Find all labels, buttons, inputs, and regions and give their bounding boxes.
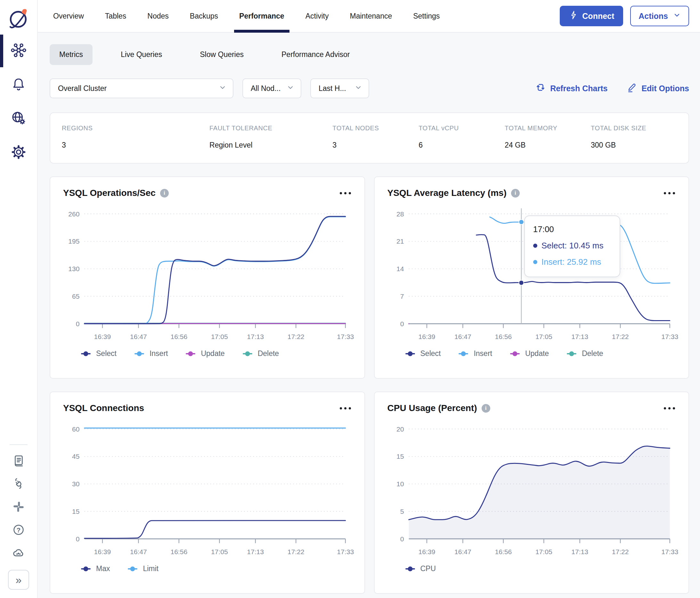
edit-options-link[interactable]: Edit Options [627,82,689,95]
subtab-performance-advisor[interactable]: Performance Advisor [272,44,359,65]
svg-text:16:39: 16:39 [418,333,435,340]
legend-marker [81,353,91,355]
legend-item-update[interactable]: Update [510,349,549,358]
legend-item-cpu[interactable]: CPU [405,564,436,573]
svg-text:60: 60 [72,425,79,433]
chevron-down-icon [219,83,226,93]
tab-tables[interactable]: Tables [105,0,126,32]
performance-content: MetricsLive QueriesSlow QueriesPerforman… [38,33,700,598]
legend-label: Limit [143,564,158,573]
legend-marker [243,353,252,355]
svg-text:17:33: 17:33 [337,333,354,340]
tab-backups[interactable]: Backups [190,0,218,32]
edit-pencil-icon [627,82,637,95]
connect-button[interactable]: Connect [560,6,623,26]
tab-performance[interactable]: Performance [239,0,284,32]
tab-settings[interactable]: Settings [413,0,440,32]
subtab-slow-queries[interactable]: Slow Queries [190,44,253,65]
chart-title: CPU Usage (Percent) [388,403,477,413]
sidebar-item-alerts[interactable] [0,68,37,102]
tooltip-bullet [533,260,537,264]
chart-menu-button[interactable] [338,405,353,411]
legend-item-delete[interactable]: Delete [567,349,603,358]
legend-item-limit[interactable]: Limit [128,564,158,573]
performance-subtabs: MetricsLive QueriesSlow QueriesPerforman… [50,44,689,65]
legend-label: Delete [582,349,603,358]
legend-item-select[interactable]: Select [405,349,441,358]
tab-maintenance[interactable]: Maintenance [350,0,392,32]
sidebar-divider [9,444,28,445]
legend-marker [134,353,144,355]
nodes-select[interactable]: All Nod... [243,78,301,98]
chart-menu-button[interactable] [338,190,353,196]
svg-text:17:33: 17:33 [661,548,678,555]
svg-text:16:56: 16:56 [170,333,187,340]
chart-legend: MaxLimit [60,564,355,573]
svg-text:260: 260 [68,210,79,218]
subtab-live-queries[interactable]: Live Queries [111,44,172,65]
legend-item-max[interactable]: Max [81,564,110,573]
legend-marker [510,353,520,355]
tab-activity[interactable]: Activity [305,0,329,32]
stat-value: Region Level [209,141,332,150]
tab-nodes[interactable]: Nodes [147,0,169,32]
tooltip-value: Select: 10.45 ms [542,241,604,251]
legend-item-select[interactable]: Select [81,349,117,358]
svg-text:16:47: 16:47 [130,333,147,340]
sidebar-expand-button[interactable]: » [8,570,29,590]
docs-book-icon[interactable] [8,451,29,470]
subtab-metrics[interactable]: Metrics [50,44,93,65]
svg-text:15: 15 [72,508,79,515]
slack-icon[interactable] [8,497,29,516]
actions-button[interactable]: Actions [630,6,689,26]
svg-text:17:22: 17:22 [288,333,304,340]
chart-menu-button[interactable] [662,405,677,411]
chart-svg: 0510152016:3916:4716:5617:0517:1317:2217… [384,415,679,563]
yugabyte-logo[interactable] [7,0,30,34]
sidebar-item-settings[interactable] [0,136,37,170]
svg-text:17:22: 17:22 [611,548,629,555]
legend-item-insert[interactable]: Insert [458,349,492,358]
svg-text:21: 21 [396,238,403,245]
legend-item-insert[interactable]: Insert [134,349,168,358]
gear-icon [10,144,27,162]
cloud-status-icon[interactable] [8,544,29,562]
svg-text:16:39: 16:39 [418,548,435,555]
svg-text:0: 0 [400,320,404,328]
chart-header: YSQL Average Latency (ms) i [384,186,679,198]
legend-item-update[interactable]: Update [186,349,224,358]
info-icon[interactable]: i [160,189,169,198]
sidebar-item-clusters[interactable] [0,34,37,68]
stat-label: TOTAL DISK SIZE [591,125,677,132]
stat-regions: REGIONS3 [62,125,209,150]
chart-header: YSQL Connections i [60,401,355,413]
chart-tooltip: 17:00 Select: 10.45 msInsert: 25.92 ms [524,215,620,277]
refresh-charts-link[interactable]: Refresh Charts [535,82,607,95]
svg-text:195: 195 [68,238,79,245]
sidebar-item-network[interactable] [0,102,37,136]
cluster-tab-bar: OverviewTablesNodesBackupsPerformanceAct… [53,0,440,32]
chart-menu-button[interactable] [662,190,677,196]
svg-text:16:56: 16:56 [495,333,512,340]
integrations-plug-icon[interactable] [8,474,29,493]
info-icon[interactable]: i [482,404,490,413]
cluster-header: OverviewTablesNodesBackupsPerformanceAct… [38,0,700,33]
tab-overview[interactable]: Overview [53,0,84,32]
refresh-icon [535,82,546,95]
help-icon[interactable]: ? [8,521,29,539]
legend-item-delete[interactable]: Delete [243,349,279,358]
stat-label: REGIONS [62,125,209,132]
legend-label: Update [525,349,549,358]
svg-text:16:39: 16:39 [94,548,111,555]
stat-value: 3 [332,141,419,150]
cluster-scope-select[interactable]: Overall Cluster [50,78,233,98]
svg-text:17:05: 17:05 [211,333,228,340]
stat-label: FAULT TOLERANCE [209,125,332,132]
info-icon[interactable]: i [511,189,520,198]
chart-title: YSQL Operations/Sec [63,188,156,198]
time-range-select[interactable]: Last H... [310,78,369,98]
stat-label: TOTAL MEMORY [505,125,591,132]
svg-text:17:13: 17:13 [571,548,588,555]
tooltip-row: Select: 10.45 ms [533,241,611,251]
bell-icon [10,76,27,94]
